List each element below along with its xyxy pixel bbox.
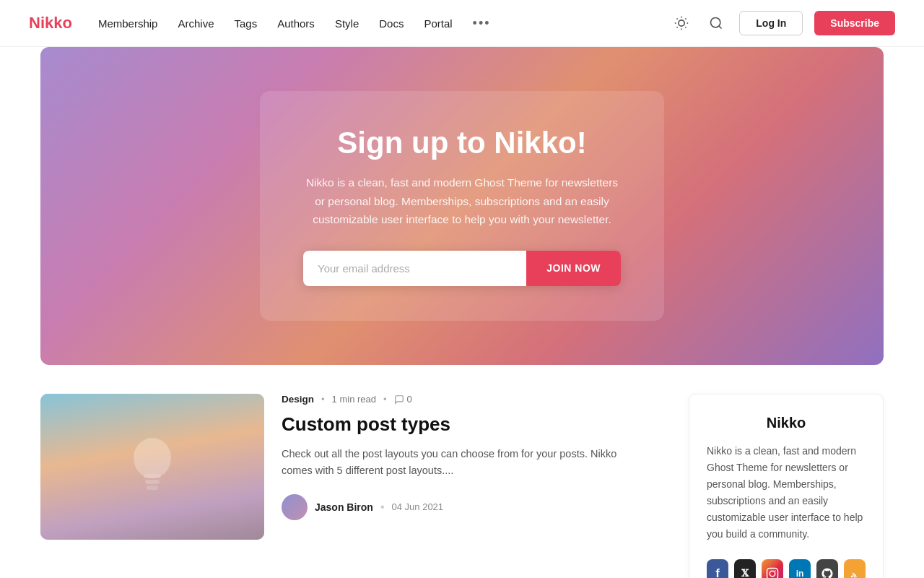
subscribe-button[interactable]: Subscribe — [814, 11, 895, 35]
nav-right: Log In Subscribe — [670, 11, 895, 35]
svg-point-16 — [770, 571, 775, 577]
svg-line-10 — [719, 26, 722, 29]
nav-archive[interactable]: Archive — [178, 17, 214, 30]
read-time: 1 min read — [332, 394, 376, 405]
comment-count: 0 — [394, 394, 412, 405]
nav-style[interactable]: Style — [335, 17, 359, 30]
nav-membership[interactable]: Membership — [98, 17, 158, 30]
nav-tags[interactable]: Tags — [234, 17, 257, 30]
svg-point-11 — [134, 438, 171, 478]
main-content: Design • 1 min read • 0 Custom post type… — [0, 365, 924, 578]
rss-icon[interactable] — [844, 559, 866, 578]
post-card: Design • 1 min read • 0 Custom post type… — [40, 394, 666, 540]
theme-toggle-icon[interactable] — [670, 12, 693, 35]
hero-title: Sign up to Nikko! — [303, 126, 621, 160]
svg-point-9 — [711, 18, 720, 27]
post-area: Design • 1 min read • 0 Custom post type… — [40, 394, 666, 540]
facebook-icon[interactable]: f — [707, 559, 728, 578]
hero-card: Sign up to Nikko! Nikko is a clean, fast… — [260, 91, 664, 321]
email-input[interactable] — [303, 251, 526, 286]
sidebar-socials: f 𝕏 in — [707, 559, 866, 578]
hero-section: Sign up to Nikko! Nikko is a clean, fast… — [40, 47, 884, 365]
svg-line-4 — [686, 27, 687, 27]
post-date: 04 Jun 2021 — [392, 501, 444, 512]
svg-point-17 — [775, 570, 776, 571]
navbar: Nikko Membership Archive Tags Authors St… — [0, 0, 924, 47]
nav-more-button[interactable]: ••• — [473, 16, 491, 31]
join-now-button[interactable]: JOIN NOW — [526, 251, 621, 286]
post-title[interactable]: Custom post types — [282, 413, 648, 436]
post-thumbnail — [40, 394, 264, 540]
sidebar: Nikko Nikko is a clean, fast and modern … — [689, 394, 884, 578]
post-meta: Design • 1 min read • 0 — [282, 394, 648, 405]
search-icon[interactable] — [705, 12, 728, 35]
login-button[interactable]: Log In — [739, 11, 803, 35]
github-icon[interactable] — [816, 559, 838, 578]
post-tag[interactable]: Design — [282, 394, 314, 405]
nav-portal[interactable]: Portal — [424, 17, 452, 30]
svg-line-8 — [686, 19, 687, 20]
post-author: Jason Biron • 04 Jun 2021 — [282, 494, 648, 520]
nav-authors[interactable]: Authors — [277, 17, 315, 30]
svg-rect-14 — [147, 486, 158, 490]
hero-description: Nikko is a clean, fast and modern Ghost … — [303, 173, 621, 229]
svg-line-7 — [677, 27, 678, 27]
author-name[interactable]: Jason Biron — [315, 501, 373, 513]
post-content: Design • 1 min read • 0 Custom post type… — [264, 394, 666, 520]
site-logo[interactable]: Nikko — [29, 14, 72, 33]
linkedin-icon[interactable]: in — [789, 559, 811, 578]
svg-rect-12 — [144, 474, 161, 478]
svg-point-0 — [679, 20, 684, 26]
svg-rect-13 — [145, 480, 160, 484]
author-avatar — [282, 494, 308, 520]
post-excerpt: Check out all the post layouts you can c… — [282, 446, 648, 479]
twitter-x-icon[interactable]: 𝕏 — [734, 559, 756, 578]
svg-point-18 — [851, 575, 853, 577]
hero-signup-form: JOIN NOW — [303, 251, 621, 286]
instagram-icon[interactable] — [762, 559, 783, 578]
sidebar-title: Nikko — [707, 415, 866, 431]
sidebar-description: Nikko is a clean, fast and modern Ghost … — [707, 443, 866, 543]
nav-docs[interactable]: Docs — [379, 17, 404, 30]
nav-links: Membership Archive Tags Authors Style Do… — [98, 16, 670, 31]
svg-line-3 — [677, 19, 678, 20]
